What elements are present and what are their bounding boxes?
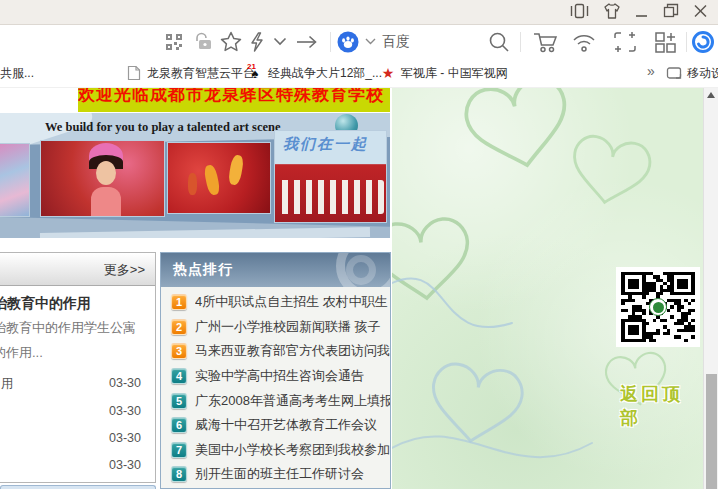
- bookmark-item-military[interactable]: ★ 军视库 - 中国军视网: [380, 58, 508, 88]
- browser-window: 百度: [0, 0, 718, 489]
- article-date: 03-30: [109, 376, 141, 390]
- mobile-device-icon: [666, 65, 682, 81]
- bookmarks-bar: 共服... 龙泉教育智慧云平台 ♠21 经典战争大片12部_... ★ 军视库 …: [0, 58, 718, 88]
- bookmark-item-overflow-left[interactable]: 共服...: [0, 58, 34, 88]
- article-list-row[interactable]: 用 03-30: [0, 371, 155, 398]
- hot-panel-header: 热点排行: [161, 253, 390, 287]
- search-engine-label[interactable]: 百度: [382, 33, 410, 51]
- search-icon[interactable]: [485, 25, 513, 58]
- hot-list-item[interactable]: 3 马来西亚教育部官方代表团访问我校: [171, 339, 390, 364]
- hot-list-item[interactable]: 4 实验中学高中招生咨询会通告: [171, 364, 390, 389]
- browser-logo-icon[interactable]: [690, 25, 716, 58]
- left-article-panel: 更多>> 治教育中的作用 治教育中的作用学生公寓 的作用... 用 03-30 …: [0, 252, 156, 483]
- rank-badge: 3: [171, 343, 187, 359]
- hot-list-item[interactable]: 7 美国中小学校长考察团到我校参加: [171, 438, 390, 463]
- unlock-icon[interactable]: [190, 25, 216, 58]
- banner-caption: We build for you to play a talented art …: [45, 120, 281, 135]
- close-button[interactable]: [693, 3, 708, 19]
- red-star-icon: ★: [380, 65, 396, 81]
- article-list-row[interactable]: 03-30: [0, 426, 155, 453]
- next-panel-top-edge: [0, 485, 156, 489]
- send-to-device-icon[interactable]: [570, 3, 589, 19]
- qr-center-logo: [649, 298, 667, 316]
- hot-list-item[interactable]: 1 4所中职试点自主招生 农村中职生: [171, 290, 390, 315]
- qr-code-icon[interactable]: [162, 25, 186, 58]
- article-excerpt: 治教育中的作用学生公寓: [0, 319, 136, 337]
- screenshot-icon[interactable]: [606, 25, 644, 58]
- article-list-row[interactable]: 03-30: [0, 453, 155, 480]
- scrollbar-thumb[interactable]: [706, 374, 717, 489]
- change-skin-icon[interactable]: [603, 3, 621, 19]
- hot-list-item[interactable]: 8 别开生面的班主任工作研讨会: [171, 462, 390, 487]
- minimize-button[interactable]: [635, 3, 649, 19]
- back-to-top-link[interactable]: 返回顶部: [620, 382, 703, 430]
- hot-ranking-panel: 热点排行 1 4所中职试点自主招生 农村中职生 2 广州一小学推校园新闻联播 孩…: [160, 252, 391, 489]
- hot-panel-title: 热点排行: [173, 261, 233, 279]
- playing-card-icon: ♠21: [247, 65, 263, 81]
- banner-photo-girl: [40, 140, 165, 217]
- banner-photo-overlay-text: 我们在一起: [283, 135, 368, 154]
- hot-list-item[interactable]: 2 广州一小学推校园新闻联播 孩子: [171, 315, 390, 340]
- page-scrollbar[interactable]: [703, 88, 718, 489]
- scrollbar-up-arrow[interactable]: [707, 92, 715, 98]
- banner-image[interactable]: We build for you to play a talented art …: [0, 113, 390, 238]
- hot-list-item[interactable]: 5 广东2008年普通高考考生网上填报: [171, 388, 390, 413]
- rank-badge: 1: [171, 294, 187, 310]
- mobile-bookmarks[interactable]: 移动设备书签: [666, 58, 718, 88]
- rank-badge: 5: [171, 393, 187, 409]
- rank-badge: 4: [171, 368, 187, 384]
- chevron-down-icon[interactable]: [269, 25, 291, 58]
- engine-dropdown-icon[interactable]: [362, 25, 378, 58]
- page-icon: [126, 65, 142, 81]
- article-date: 03-30: [109, 458, 141, 472]
- bookmark-item-war-films[interactable]: ♠21 经典战争大片12部_...: [247, 58, 382, 88]
- article-list-row[interactable]: 03-30: [0, 399, 155, 426]
- title-bar: [0, 0, 718, 25]
- sidebar-background: 返回顶部: [392, 88, 703, 489]
- rank-badge: 8: [171, 466, 187, 482]
- rank-badge: 7: [171, 442, 187, 458]
- bookmarks-overflow-chevron[interactable]: »: [647, 56, 655, 86]
- toolbar: 百度: [0, 25, 718, 58]
- banner-photo-fashion: [0, 143, 30, 217]
- left-panel-header: 更多>>: [0, 253, 155, 286]
- qr-code: [616, 267, 700, 347]
- baidu-engine-icon[interactable]: [336, 25, 360, 58]
- restore-button[interactable]: [663, 3, 679, 19]
- apps-grid-icon[interactable]: [648, 25, 684, 58]
- bookmark-item-longquan[interactable]: 龙泉教育智慧云平台: [126, 58, 255, 88]
- swirl-decoration: [346, 255, 376, 285]
- article-title[interactable]: 治教育中的作用: [0, 295, 91, 313]
- favorite-star-icon[interactable]: [218, 25, 244, 58]
- hot-list: 1 4所中职试点自主招生 农村中职生 2 广州一小学推校园新闻联播 孩子 3 马…: [161, 287, 390, 489]
- lightning-icon[interactable]: [247, 25, 267, 58]
- banner-photo-dancers: [167, 142, 271, 214]
- forward-arrow-icon[interactable]: [293, 25, 321, 58]
- article-date: 03-30: [109, 431, 141, 445]
- rank-badge: 2: [171, 319, 187, 335]
- article-date: 03-30: [109, 404, 141, 418]
- rank-badge: 6: [171, 417, 187, 433]
- wifi-icon[interactable]: [566, 25, 602, 58]
- more-link[interactable]: 更多>>: [104, 261, 145, 279]
- hot-list-item[interactable]: 6 威海十中召开艺体教育工作会议: [171, 413, 390, 438]
- article-excerpt: 的作用...: [0, 344, 43, 362]
- banner-photo-choir: 我们在一起: [274, 130, 387, 223]
- welcome-marquee: 欢迎光临成都市龙泉驿区特殊教育学校！: [78, 88, 390, 112]
- cart-icon[interactable]: [528, 25, 564, 58]
